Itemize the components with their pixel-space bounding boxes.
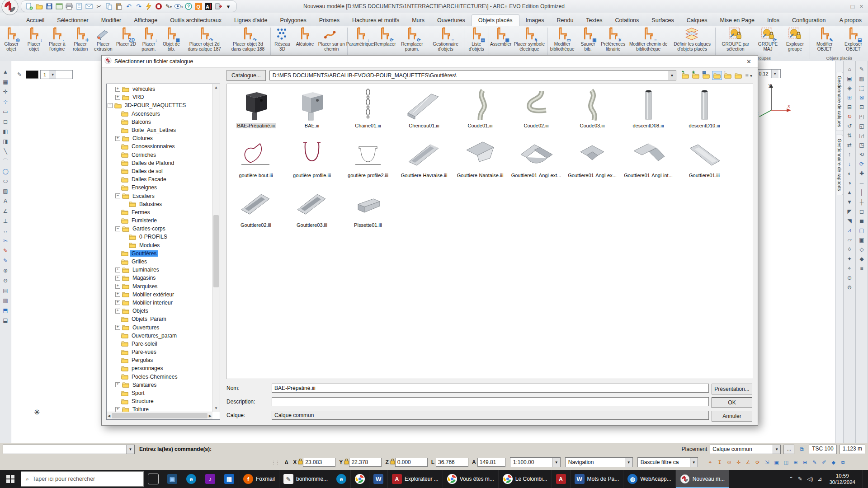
tree-item-fumisterie[interactable]: Fumisterie bbox=[107, 216, 212, 225]
menu-item-polygones[interactable]: Polygones bbox=[274, 15, 312, 26]
expand-icon[interactable]: + bbox=[115, 292, 120, 297]
file-item-gouttiere02-iii[interactable]: Gouttiere02.iii bbox=[228, 186, 284, 234]
cross-icon[interactable]: ┼ bbox=[857, 197, 866, 206]
ribbon-button-placer-objet[interactable]: ↓Placer objet bbox=[23, 26, 45, 56]
collapse-icon[interactable]: − bbox=[115, 193, 120, 198]
arc-app-icon[interactable]: A bbox=[204, 2, 213, 11]
hatch2-icon[interactable]: ▨ bbox=[857, 74, 866, 83]
expand-icon[interactable]: + bbox=[115, 309, 120, 314]
q4-icon[interactable]: ◳ bbox=[857, 141, 866, 150]
shade-top-icon[interactable]: ⬒ bbox=[1, 306, 10, 315]
scroll-down-icon[interactable]: ▼ bbox=[212, 405, 220, 412]
loz-f-icon[interactable]: ◆ bbox=[857, 254, 866, 263]
snap-icon[interactable]: ⊹ bbox=[1, 97, 10, 106]
taskbar-search[interactable]: ⌕ Taper ici pour rechercher bbox=[21, 471, 144, 487]
red-pen-icon[interactable]: ✎ bbox=[1, 246, 10, 255]
minus-grid-icon[interactable]: ⊟ bbox=[845, 103, 854, 112]
taskbar-app-nouveau-m-[interactable]: Nouveau m... bbox=[675, 470, 729, 488]
file-item-cheneau01-iii[interactable]: Cheneau01.iii bbox=[396, 87, 452, 135]
tree-item-0-profils[interactable]: 0-PROFILS bbox=[107, 233, 212, 241]
line-icon[interactable]: ╲ bbox=[1, 147, 10, 156]
ribbon-button-d-finir-les-calques-d-objets-plac-s[interactable]: Définir les calques d'objets placés bbox=[670, 26, 715, 56]
ribbon-button-exploser-objet[interactable]: ⬓Exploser OBJET bbox=[839, 26, 868, 56]
tree-item-sport[interactable]: Sport bbox=[107, 389, 212, 397]
document-icon[interactable] bbox=[75, 2, 84, 11]
menu-item-calques[interactable]: Calques bbox=[680, 15, 714, 26]
menu-item-murs[interactable]: Murs bbox=[406, 15, 431, 26]
tri-up-icon[interactable]: ▲ bbox=[845, 188, 854, 197]
plus-grid-icon[interactable]: ⊞ bbox=[845, 93, 854, 102]
square-icon[interactable]: ◻ bbox=[1, 117, 10, 126]
tree-item-enseignes[interactable]: Enseignes bbox=[107, 183, 212, 192]
menu-item-configuration[interactable]: Configuration bbox=[786, 15, 832, 26]
x-coordinate[interactable]: 23.083 bbox=[303, 458, 335, 467]
target-icon[interactable]: ⌖ bbox=[845, 264, 854, 273]
ribbon-button-remplacer[interactable]: ⟳Remplacer bbox=[373, 26, 396, 56]
ccw-icon[interactable]: ⟲ bbox=[857, 150, 866, 159]
eyedropper-icon[interactable]: ✎ bbox=[15, 70, 24, 79]
file-item-pissette01-iii[interactable]: Pissette01.iii bbox=[340, 186, 396, 234]
ribbon-button-placer-param-[interactable]: ↓Placer param. bbox=[137, 26, 160, 56]
tree-item-mobilier-interieur[interactable]: +Mobilier interieur bbox=[107, 299, 212, 307]
snap3-icon[interactable]: ⊙ bbox=[725, 458, 733, 466]
cut-icon[interactable]: ✂ bbox=[94, 2, 104, 11]
tri-down-icon[interactable]: ▼ bbox=[845, 197, 854, 206]
home-icon[interactable]: ⌂ bbox=[845, 65, 854, 74]
tree-item-vrd[interactable]: +VRD bbox=[107, 93, 212, 101]
dialog-close-icon[interactable]: ✕ bbox=[743, 58, 755, 65]
arc-icon[interactable]: ⌒ bbox=[1, 157, 10, 166]
folders-view-icon[interactable] bbox=[712, 71, 722, 80]
expand-icon[interactable]: + bbox=[115, 276, 120, 281]
taskbar-app-word[interactable]: W bbox=[369, 470, 387, 488]
grid1-icon[interactable]: ⊞ bbox=[792, 458, 800, 466]
close-icon[interactable]: ✕ bbox=[859, 4, 863, 9]
expand-icon[interactable]: + bbox=[115, 136, 120, 141]
vline-icon[interactable]: │ bbox=[857, 188, 866, 197]
taskbar-app-foxmail[interactable]: fFoxmail bbox=[239, 470, 279, 488]
expand-icon[interactable]: + bbox=[115, 382, 120, 387]
grid-icon[interactable]: ▦ bbox=[1, 77, 10, 86]
ortho2-icon[interactable]: ✐ bbox=[820, 458, 828, 466]
layer-select[interactable]: 1▼ bbox=[40, 70, 73, 79]
taskbar-app-edge[interactable]: e bbox=[332, 470, 350, 488]
snap1-icon[interactable]: ⌖ bbox=[706, 458, 714, 466]
tree-item-objets-param[interactable]: Objets_Param bbox=[107, 315, 212, 323]
sq-d-icon[interactable]: ▣ bbox=[857, 235, 866, 244]
eye-menu-icon[interactable]: ▾ bbox=[174, 2, 183, 11]
library-icon[interactable]: ▤ bbox=[702, 71, 711, 80]
ribbon-button-modifier-biblioth-que[interactable]: ▭Modifier bibliothèque bbox=[548, 26, 577, 56]
photos-icon[interactable]: ▦ bbox=[220, 470, 239, 488]
snap6-icon[interactable]: ⟳ bbox=[754, 458, 762, 466]
catalogue-button[interactable]: Catalogue... bbox=[226, 70, 266, 81]
y-coordinate[interactable]: 22.378 bbox=[349, 458, 382, 467]
wedge-icon[interactable]: ⊿ bbox=[845, 226, 854, 235]
copy-icon[interactable] bbox=[104, 2, 113, 11]
clock[interactable]: 10:59 30/12/2024 bbox=[826, 473, 858, 486]
ribbon-button-assembler[interactable]: ▣Assembler bbox=[490, 26, 512, 56]
select-icon[interactable]: ▲ bbox=[1, 67, 10, 76]
half-left-icon[interactable]: ◧ bbox=[1, 127, 10, 136]
ribbon-button-placer-2d[interactable]: 2DPlacer 2D bbox=[115, 26, 137, 56]
menu-item-modifier[interactable]: Modifier bbox=[95, 15, 127, 26]
pen-menu-icon[interactable]: ✎▾ bbox=[164, 2, 173, 11]
up-icon[interactable]: ↑ bbox=[845, 150, 854, 159]
plus-icon[interactable]: ✚ bbox=[857, 169, 866, 178]
expand-icon[interactable]: + bbox=[115, 267, 120, 272]
scroll-up-icon[interactable]: ▲ bbox=[212, 84, 220, 91]
hatch-icon[interactable]: ▨ bbox=[1, 187, 10, 196]
q-app-icon[interactable]: Q bbox=[194, 2, 203, 11]
menu-item-outils-architecturaux[interactable]: Outils architecturaux bbox=[164, 15, 228, 26]
table-icon[interactable]: ▥ bbox=[1, 296, 10, 305]
snap5-icon[interactable]: ∠ bbox=[744, 458, 752, 466]
folder-icon[interactable] bbox=[734, 71, 743, 80]
file-item-coude02-iii[interactable]: Coude02.iii bbox=[508, 87, 564, 135]
taskbar-app-explorateur-[interactable]: AExplorateur ... bbox=[387, 470, 443, 488]
ribbon-button-gestionnaire-d-objets[interactable]: ≡Gestionnaire d'objets bbox=[428, 26, 463, 56]
taskbar-app-le-colombi-[interactable]: Le Colombi... bbox=[498, 470, 552, 488]
taskbar-app-chrome[interactable] bbox=[350, 470, 369, 488]
corner-tl-icon[interactable]: ◤ bbox=[845, 207, 854, 216]
tree-item-clotures[interactable]: +Clotures bbox=[107, 134, 212, 142]
sq-r-icon[interactable]: ▢ bbox=[857, 226, 866, 235]
chevron-down-icon[interactable]: ▼ bbox=[126, 445, 134, 454]
file-item-coude01-iii[interactable]: Coude01.iii bbox=[452, 87, 508, 135]
